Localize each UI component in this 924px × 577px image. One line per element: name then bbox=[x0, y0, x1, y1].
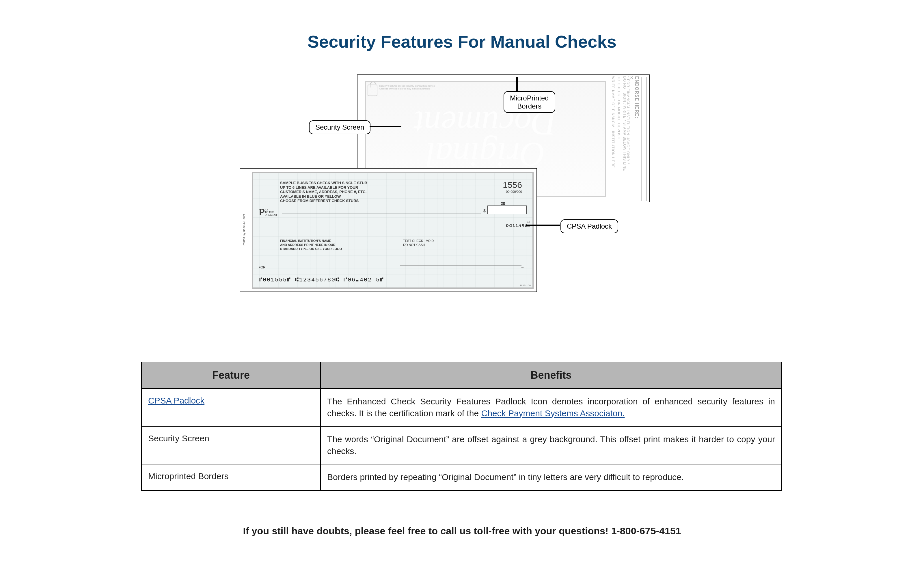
endorse-line-2 bbox=[646, 77, 647, 201]
leader-microprinted-borders bbox=[516, 77, 518, 92]
feature-cell-security-screen: Security Screen bbox=[142, 426, 321, 464]
leader-security-screen bbox=[369, 126, 402, 127]
financial-institution-block: FINANCIAL INSTITUTION'S NAME AND ADDRESS… bbox=[280, 239, 342, 251]
benefit-cell-microprinted: Borders printed by repeating “Original D… bbox=[321, 464, 782, 490]
for-line: FOR bbox=[259, 266, 382, 269]
callout-cpsa-padlock: CPSA Padlock bbox=[560, 219, 618, 233]
cpsa-association-link[interactable]: Check Payment Systems Associaton. bbox=[481, 408, 625, 418]
leader-cpsa-padlock bbox=[526, 224, 560, 226]
page-title: Security Features For Manual Checks bbox=[0, 32, 924, 52]
table-row: CPSA Padlock The Enhanced Check Security… bbox=[142, 388, 782, 426]
sample-line: CUSTOMER'S NAME, ADDRESS, PHONE #, ETC. bbox=[280, 190, 424, 194]
check-front: Printed By Bank-A-Count SAMPLE BUSINESS … bbox=[240, 168, 537, 292]
payee-vbar bbox=[481, 206, 481, 214]
check-number-sub: 00-000/000 bbox=[503, 190, 522, 193]
features-table: Feature Benefits CPSA Padlock The Enhanc… bbox=[141, 362, 782, 491]
callout-microprinted-borders: MicroPrinted Borders bbox=[503, 91, 555, 113]
check-number: 1556 00-000/000 bbox=[503, 180, 522, 193]
bus-label: BUS-100 bbox=[520, 284, 531, 287]
back-text-institution: WRITE NAME OF FINANCIAL INSTITUTION HERE bbox=[611, 76, 615, 201]
feature-cell-cpsa: CPSA Padlock bbox=[142, 388, 321, 426]
for-label: FOR bbox=[259, 266, 265, 269]
table-row: Microprinted Borders Borders printed by … bbox=[142, 464, 782, 490]
header-feature: Feature bbox=[142, 362, 321, 388]
for-underline bbox=[266, 269, 382, 269]
footer-note: If you still have doubts, please feel fr… bbox=[0, 525, 924, 537]
back-text-endorse: ENDORSE HERE: bbox=[634, 76, 639, 201]
benefit-cell-cpsa: The Enhanced Check Security Features Pad… bbox=[321, 388, 782, 426]
dollar-sign: $ bbox=[483, 208, 486, 213]
sample-line: UP TO 6 LINES ARE AVAILABLE FOR YOUR bbox=[280, 185, 424, 190]
mp-label: MP bbox=[521, 266, 524, 269]
sample-line: CHOOSE FROM DIFFERENT CHECK STUBS bbox=[280, 198, 424, 203]
micr-line: ⑈001555⑈ ⑆123456780⑆ ⑈06⑉402 5⑈ bbox=[259, 277, 384, 283]
back-text-x: X bbox=[629, 76, 634, 201]
watermark: Original Document bbox=[414, 108, 556, 170]
feature-cell-microprinted: Microprinted Borders bbox=[142, 464, 321, 490]
table-row: Security Screen The words “Original Docu… bbox=[142, 426, 782, 464]
padlock-icon bbox=[368, 85, 377, 96]
pay-small: AY TO THE ORDER OF bbox=[265, 208, 277, 216]
cpsa-padlock-link[interactable]: CPSA Padlock bbox=[148, 396, 205, 405]
pay-to-order: PAY TO THE ORDER OF bbox=[259, 207, 277, 218]
sample-text-block: SAMPLE BUSINESS CHECK WITH SINGLE STUB U… bbox=[280, 181, 424, 203]
check-front-inner: SAMPLE BUSINESS CHECK WITH SINGLE STUB U… bbox=[252, 172, 534, 288]
endorse-line bbox=[641, 77, 642, 201]
fin-line: AND ADDRESS PRINT HERE IN OUR bbox=[280, 243, 342, 247]
table-header-row: Feature Benefits bbox=[142, 362, 782, 388]
fin-line: STANDARD TYPE...OR USE YOUR LOGO bbox=[280, 247, 342, 251]
printed-by-label: Printed By Bank-A-Count bbox=[243, 214, 246, 246]
header-benefits: Benefits bbox=[321, 362, 782, 388]
benefit-cell-security-screen: The words “Original Document” are offset… bbox=[321, 426, 782, 464]
test-void-label: TEST CHECK - VOID DO NOT CASH bbox=[403, 239, 434, 247]
date-twenty: 20 bbox=[501, 201, 505, 206]
sample-line: SAMPLE BUSINESS CHECK WITH SINGLE STUB bbox=[280, 181, 424, 185]
fin-line: FINANCIAL INSTITUTION'S NAME bbox=[280, 239, 342, 243]
back-security-text: Security Features exceed industry standa… bbox=[379, 85, 437, 90]
signature-line bbox=[400, 266, 521, 266]
check-number-value: 1556 bbox=[503, 180, 522, 190]
amount-box bbox=[487, 206, 527, 214]
callout-security-screen: Security Screen bbox=[309, 120, 371, 134]
pay-big-p: P bbox=[259, 207, 265, 218]
dollars-label: DOLLARS bbox=[506, 223, 528, 228]
back-text-mobile: TO CHECK FOR MOBILE DEPOSIT bbox=[617, 76, 621, 201]
sample-line: AVAILABLE IN BLUE OR YELLOW bbox=[280, 194, 424, 199]
